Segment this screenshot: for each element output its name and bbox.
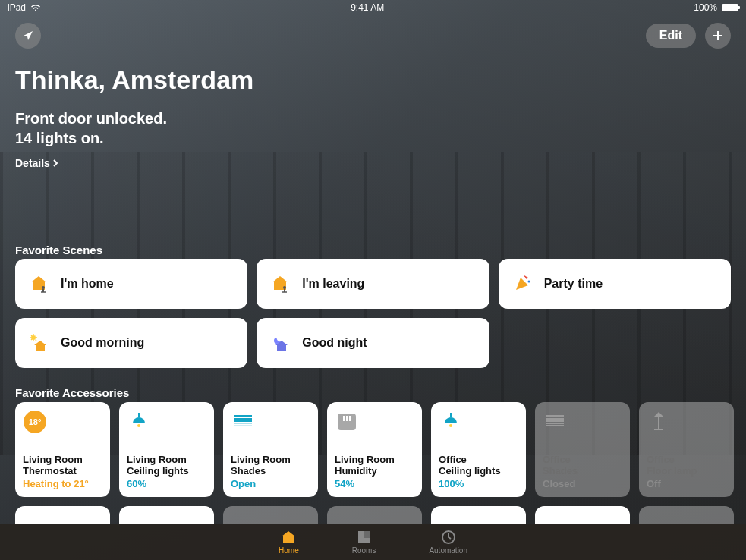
status-line-2: 14 lights on. — [15, 128, 731, 148]
accessory-name: OfficeCeiling lights — [439, 454, 518, 477]
scene-icon — [27, 272, 50, 295]
svg-rect-17 — [546, 418, 564, 420]
device-label: iPad — [8, 2, 26, 13]
scene-tile-i-m-home[interactable]: I'm home — [15, 259, 247, 309]
add-button[interactable] — [705, 23, 731, 49]
accessory-tile-living-room-humidity[interactable]: Living RoomHumidity54% — [327, 402, 422, 497]
svg-point-5 — [527, 281, 530, 283]
svg-rect-18 — [546, 420, 564, 422]
accessory-name: Living RoomCeiling lights — [127, 454, 206, 477]
details-label: Details — [15, 157, 50, 169]
favorite-accessories-label: Favorite Accessories — [15, 386, 129, 399]
accessory-tile-peek[interactable] — [15, 506, 110, 524]
accessory-tile-peek[interactable] — [639, 506, 734, 524]
svg-point-15 — [449, 424, 452, 427]
tab-bar: Home Rooms Automation — [0, 524, 746, 560]
battery-pct: 100% — [694, 2, 717, 13]
accessory-tile-living-room-shades[interactable]: Living RoomShadesOpen — [223, 402, 318, 497]
scene-label: Party time — [544, 277, 603, 291]
svg-rect-7 — [138, 413, 140, 417]
accessory-tile-peek[interactable] — [535, 506, 630, 524]
accessory-name: Living RoomThermostat — [23, 454, 102, 477]
scene-tile-i-m-leaving[interactable]: I'm leaving — [257, 259, 489, 309]
accessory-name: Living RoomHumidity — [335, 454, 414, 477]
shades-icon — [231, 410, 255, 434]
accessory-status: 60% — [127, 478, 206, 489]
edit-button[interactable]: Edit — [646, 24, 696, 48]
status-bar: iPad 9:41 AM 100% — [0, 0, 746, 15]
scene-tile-good-morning[interactable]: Good morning — [15, 318, 247, 368]
home-icon — [280, 529, 297, 546]
tab-rooms-label: Rooms — [352, 546, 376, 555]
scene-label: I'm home — [61, 277, 114, 291]
svg-rect-13 — [234, 425, 252, 426]
tab-automation-label: Automation — [429, 546, 467, 555]
svg-point-8 — [137, 424, 140, 427]
accessory-name: OfficeShades — [543, 454, 622, 477]
status-summary: Front door unlocked. 14 lights on. — [15, 109, 731, 148]
scene-icon — [269, 332, 291, 354]
thermostat-icon: 18° — [23, 410, 47, 434]
tab-rooms[interactable]: Rooms — [352, 529, 376, 555]
shades-icon — [543, 410, 567, 434]
accessory-tile-peek[interactable] — [119, 506, 214, 524]
automation-icon — [440, 529, 457, 546]
accessory-tile-living-room-thermostat[interactable]: 18°Living RoomThermostatHeating to 21° — [15, 402, 110, 497]
scene-label: I'm leaving — [302, 277, 364, 291]
accessory-tile-office-floor-lamp[interactable]: OfficeFloor lampOff — [639, 402, 734, 497]
accessory-tile-peek[interactable] — [223, 506, 318, 524]
tab-home-label: Home — [279, 546, 299, 555]
accessory-tile-peek[interactable] — [327, 506, 422, 524]
svg-rect-22 — [654, 429, 663, 430]
ceiling-light-icon — [127, 410, 151, 434]
svg-point-2 — [283, 286, 286, 289]
scene-tile-good-night[interactable]: Good night — [257, 318, 489, 368]
accessory-status: Open — [231, 478, 310, 489]
clock: 9:41 AM — [351, 2, 384, 13]
ceiling-light-icon — [439, 410, 463, 434]
scene-icon — [269, 272, 291, 295]
location-arrow-icon — [22, 30, 34, 42]
scene-label: Good night — [302, 336, 367, 350]
accessory-name: Living RoomShades — [231, 454, 310, 477]
chevron-right-icon — [53, 159, 58, 167]
accessory-tile-peek[interactable] — [431, 506, 526, 524]
accessory-status: Off — [647, 478, 726, 489]
accessory-status: 54% — [335, 478, 414, 489]
svg-rect-19 — [546, 423, 564, 424]
scene-icon — [511, 272, 534, 295]
svg-rect-11 — [234, 420, 252, 422]
rooms-icon — [356, 529, 373, 546]
svg-point-0 — [42, 286, 45, 289]
scene-tile-party-time[interactable]: Party time — [499, 259, 731, 309]
svg-rect-10 — [234, 418, 252, 420]
svg-rect-20 — [546, 425, 564, 426]
wifi-icon — [30, 4, 41, 11]
svg-rect-24 — [364, 531, 370, 538]
svg-rect-12 — [234, 423, 252, 424]
accessory-tile-office-ceiling-lights[interactable]: OfficeCeiling lights100% — [431, 402, 526, 497]
scene-label: Good morning — [61, 336, 144, 350]
scene-icon — [27, 332, 50, 354]
svg-rect-21 — [658, 417, 659, 429]
plus-icon — [712, 30, 724, 42]
tab-automation[interactable]: Automation — [429, 529, 467, 555]
svg-rect-14 — [450, 413, 452, 417]
favorite-scenes-label: Favorite Scenes — [15, 244, 102, 256]
accessory-tile-living-room-ceiling-lights[interactable]: Living RoomCeiling lights60% — [119, 402, 214, 497]
accessory-status: 100% — [439, 478, 518, 489]
accessory-status: Heating to 21° — [23, 478, 102, 489]
accessory-tile-office-shades[interactable]: OfficeShadesClosed — [535, 402, 630, 497]
home-name: Thinka, Amsterdam — [15, 65, 731, 95]
floor-lamp-icon — [647, 410, 671, 434]
accessory-name: OfficeFloor lamp — [647, 454, 726, 477]
details-link[interactable]: Details — [15, 157, 58, 169]
location-button[interactable] — [15, 23, 41, 49]
svg-rect-9 — [234, 415, 252, 417]
accessory-status: Closed — [543, 478, 622, 489]
status-line-1: Front door unlocked. — [15, 109, 731, 128]
tab-home[interactable]: Home — [279, 529, 299, 555]
battery-icon — [722, 4, 738, 11]
svg-rect-16 — [546, 415, 564, 417]
humidity-icon — [335, 410, 359, 434]
